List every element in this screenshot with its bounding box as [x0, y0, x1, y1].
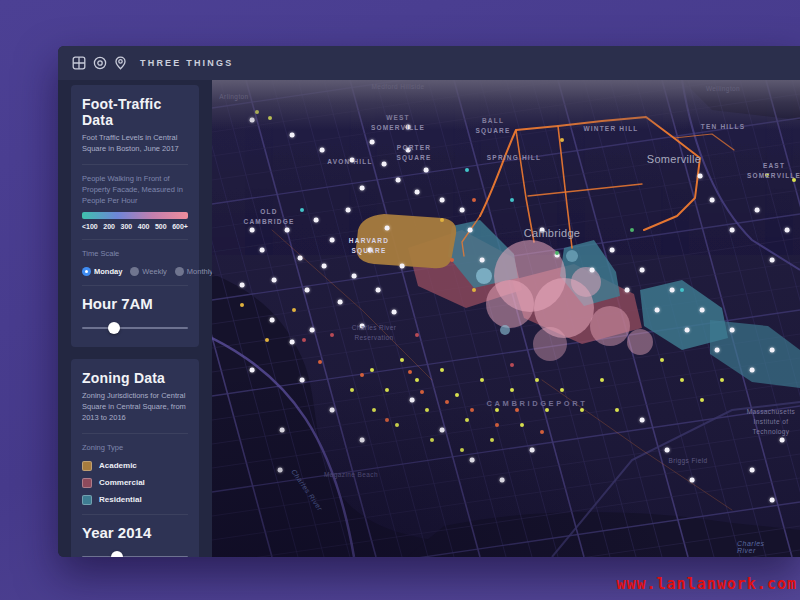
traffic-dot: [352, 274, 357, 279]
traffic-dot: [430, 438, 434, 442]
traffic-dot: [360, 373, 364, 377]
app-title: THREE THINGS: [140, 58, 233, 68]
traffic-dot: [300, 208, 304, 212]
divider: [82, 433, 188, 434]
traffic-dot: [520, 423, 524, 427]
traffic-dot: [770, 258, 775, 263]
hour-slider-track[interactable]: [82, 327, 188, 329]
traffic-dot: [490, 438, 494, 442]
divider: [82, 285, 188, 286]
academic-swatch: [82, 461, 92, 471]
traffic-dot: [495, 423, 499, 427]
traffic-dot: [376, 288, 381, 293]
traffic-dot: [346, 208, 351, 213]
foot-traffic-subtitle: Foot Traffic Levels in Central Square in…: [82, 133, 188, 155]
zoning-subtitle: Zoning Jurisdictions for Central Square …: [82, 391, 188, 424]
traffic-dot: [250, 368, 255, 373]
traffic-dot: [640, 418, 645, 423]
radio-weekly[interactable]: Weekly: [130, 267, 166, 276]
traffic-dot: [298, 256, 303, 261]
radio-label: Monthly: [187, 267, 213, 276]
traffic-dot: [350, 388, 354, 392]
zoning-row-academic: Academic: [82, 461, 188, 471]
traffic-dot: [314, 218, 319, 223]
traffic-dot: [285, 228, 290, 233]
traffic-dot: [406, 148, 411, 153]
traffic-legend-label: People Walking in Front of Property Faca…: [82, 174, 188, 207]
traffic-dot: [310, 328, 315, 333]
traffic-dot: [360, 324, 365, 329]
radio-monday[interactable]: Monday: [82, 267, 122, 276]
traffic-dot: [540, 430, 544, 434]
target-icon[interactable]: [93, 56, 107, 70]
map-pin-icon[interactable]: [114, 56, 127, 70]
traffic-scale: <100 200 300 400 500 600+: [82, 223, 188, 230]
year-slider-thumb[interactable]: [111, 551, 123, 557]
foot-traffic-panel: Foot-Traffic Data Foot Traffic Levels in…: [71, 85, 199, 347]
traffic-dot: [300, 378, 305, 383]
hour-slider-thumb[interactable]: [108, 322, 120, 334]
traffic-dot: [750, 368, 755, 373]
traffic-dot: [360, 438, 365, 443]
traffic-dot: [250, 118, 255, 123]
traffic-dot: [265, 338, 269, 342]
watermark: www.lanlanwork.com: [616, 575, 797, 593]
traffic-dot: [685, 328, 690, 333]
traffic-dot: [545, 408, 549, 412]
hour-slider[interactable]: [82, 322, 188, 334]
traffic-dot: [408, 370, 412, 374]
scale-tick: 200: [103, 223, 115, 230]
year-slider-track[interactable]: [82, 556, 188, 557]
scale-tick: <100: [82, 223, 98, 230]
traffic-dot: [250, 228, 255, 233]
residential-swatch: [82, 495, 92, 505]
traffic-dot: [440, 368, 444, 372]
traffic-dot: [292, 308, 296, 312]
traffic-dot: [420, 390, 424, 394]
traffic-dot: [535, 378, 539, 382]
traffic-dot: [710, 198, 715, 203]
traffic-dot: [580, 408, 584, 412]
divider: [82, 514, 188, 515]
scale-tick: 300: [121, 223, 133, 230]
scale-tick: 600+: [172, 223, 188, 230]
traffic-dot: [320, 148, 325, 153]
traffic-dot: [700, 398, 704, 402]
traffic-dot: [385, 418, 389, 422]
grid-icon[interactable]: [72, 56, 86, 70]
traffic-dot: [670, 288, 675, 293]
traffic-dot: [690, 478, 695, 483]
map-canvas[interactable]: ArlingtonMedford HillsideWellingtonWEST …: [212, 80, 800, 557]
traffic-dot: [792, 178, 796, 182]
traffic-dot: [530, 448, 535, 453]
traffic-dot: [472, 198, 476, 202]
traffic-dot: [468, 228, 473, 233]
traffic-dot: [780, 438, 785, 443]
traffic-dot: [765, 173, 769, 177]
foot-traffic-title: Foot-Traffic Data: [82, 96, 188, 128]
zoning-label: Residential: [99, 495, 142, 504]
traffic-dot: [290, 133, 295, 138]
traffic-dot: [392, 310, 397, 315]
traffic-dot: [630, 228, 634, 232]
traffic-dot: [372, 408, 376, 412]
radio-monthly[interactable]: Monthly: [175, 267, 213, 276]
traffic-dot: [385, 388, 389, 392]
traffic-dot: [305, 288, 310, 293]
traffic-dot: [460, 208, 465, 213]
traffic-dot: [465, 418, 469, 422]
zoning-type-label: Zoning Type: [82, 443, 188, 454]
traffic-dot: [730, 328, 735, 333]
traffic-dot: [368, 248, 373, 253]
traffic-dot: [318, 360, 322, 364]
divider: [82, 239, 188, 240]
traffic-dot: [396, 178, 401, 183]
year-slider[interactable]: [82, 551, 188, 557]
year-label: Year 2014: [82, 524, 188, 541]
traffic-dot: [440, 218, 444, 222]
traffic-dot: [510, 363, 514, 367]
traffic-dot: [400, 358, 404, 362]
traffic-dot: [770, 348, 775, 353]
traffic-dot: [395, 423, 399, 427]
traffic-dot: [338, 300, 343, 305]
